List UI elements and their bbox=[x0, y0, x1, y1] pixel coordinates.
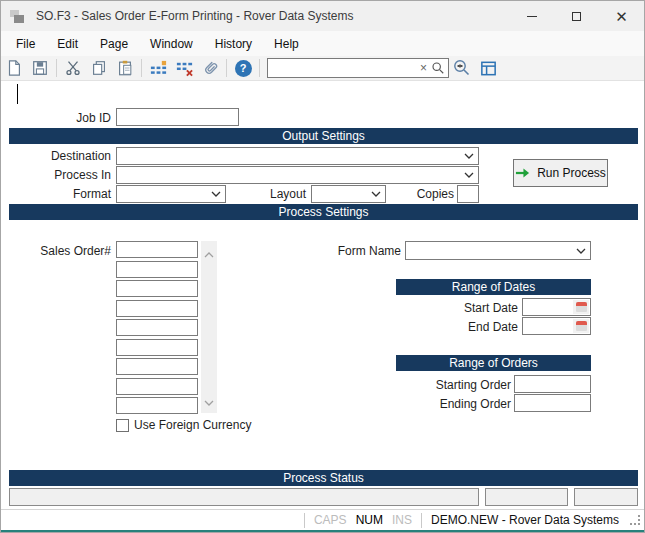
toolbar: ? × bbox=[1, 56, 644, 81]
destination-label: Destination bbox=[21, 149, 111, 163]
menu-edit[interactable]: Edit bbox=[46, 33, 89, 55]
job-id-input[interactable] bbox=[116, 108, 239, 126]
use-foreign-currency-checkbox[interactable] bbox=[116, 419, 129, 432]
starting-order-label: Starting Order bbox=[381, 378, 511, 392]
menu-file[interactable]: File bbox=[5, 33, 46, 55]
maximize-button[interactable] bbox=[554, 1, 599, 31]
layout-select[interactable] bbox=[311, 185, 386, 203]
ending-order-label: Ending Order bbox=[381, 397, 511, 411]
copies-input[interactable] bbox=[457, 185, 479, 203]
process-in-select[interactable] bbox=[116, 166, 479, 184]
end-date-calendar-button[interactable] bbox=[573, 319, 589, 333]
minimize-button[interactable] bbox=[509, 1, 554, 31]
sales-order-input-8[interactable] bbox=[116, 378, 198, 395]
resize-grip[interactable] bbox=[630, 515, 640, 525]
starting-order-input[interactable] bbox=[514, 375, 591, 393]
chevron-down-icon bbox=[464, 172, 474, 178]
chevron-down-icon bbox=[211, 191, 221, 197]
menu-window[interactable]: Window bbox=[139, 33, 204, 55]
sales-order-input-5[interactable] bbox=[116, 319, 198, 336]
output-settings-banner: Output Settings bbox=[9, 128, 638, 144]
menu-history[interactable]: History bbox=[204, 33, 263, 55]
title-bar: SO.F3 - Sales Order E-Form Printing - Ro… bbox=[1, 1, 644, 31]
run-arrow-icon bbox=[515, 167, 530, 179]
insert-row-icon bbox=[149, 59, 168, 78]
sales-order-input-3[interactable] bbox=[116, 280, 198, 297]
caps-indicator: CAPS bbox=[314, 513, 347, 527]
process-in-label: Process In bbox=[21, 168, 111, 182]
end-date-input[interactable] bbox=[522, 317, 591, 335]
cut-button[interactable] bbox=[60, 57, 86, 79]
new-document-icon bbox=[5, 59, 23, 77]
sales-order-input-1[interactable] bbox=[116, 241, 198, 258]
status-bar: CAPS NUM INS DEMO.NEW - Rover Data Syste… bbox=[1, 509, 644, 530]
minimize-icon bbox=[527, 16, 537, 17]
process-status-field-3 bbox=[574, 488, 638, 506]
format-select[interactable] bbox=[116, 185, 226, 203]
form-client-area: Job ID Output Settings Destination Proce… bbox=[1, 82, 644, 509]
process-settings-banner: Process Settings bbox=[9, 204, 638, 220]
toolbar-separator bbox=[141, 59, 142, 77]
text-caret bbox=[17, 84, 18, 104]
num-indicator: NUM bbox=[356, 513, 383, 527]
use-foreign-currency-label: Use Foreign Currency bbox=[134, 418, 294, 432]
sales-order-input-6[interactable] bbox=[116, 339, 198, 356]
sales-order-input-4[interactable] bbox=[116, 300, 198, 317]
help-icon: ? bbox=[235, 60, 252, 77]
format-label: Format bbox=[21, 187, 111, 201]
maximize-icon bbox=[572, 12, 581, 21]
status-separator bbox=[304, 513, 305, 528]
range-of-dates-banner: Range of Dates bbox=[396, 279, 591, 295]
sales-order-input-9[interactable] bbox=[116, 397, 198, 414]
scroll-down-icon[interactable] bbox=[204, 392, 214, 410]
sales-order-scrollbar[interactable] bbox=[201, 241, 217, 413]
menu-bar: File Edit Page Window History Help bbox=[1, 31, 644, 56]
menu-page[interactable]: Page bbox=[89, 33, 139, 55]
help-button[interactable]: ? bbox=[230, 57, 256, 79]
delete-row-icon bbox=[175, 59, 194, 78]
form-name-select[interactable] bbox=[405, 241, 591, 260]
chevron-down-icon bbox=[464, 153, 474, 159]
delete-row-button[interactable] bbox=[171, 57, 197, 79]
sales-order-label: Sales Order# bbox=[21, 244, 111, 258]
clear-search-icon[interactable]: × bbox=[420, 60, 427, 76]
calendar-icon bbox=[576, 302, 587, 312]
window-layout-button[interactable] bbox=[475, 57, 501, 79]
start-date-label: Start Date bbox=[381, 301, 518, 315]
process-status-field-main bbox=[9, 488, 479, 506]
paste-button[interactable] bbox=[112, 57, 138, 79]
session-label: DEMO.NEW - Rover Data Systems bbox=[431, 513, 619, 527]
paste-icon bbox=[116, 59, 134, 77]
calendar-icon bbox=[576, 321, 587, 331]
run-process-button[interactable]: Run Process bbox=[513, 159, 608, 187]
ins-indicator: INS bbox=[392, 513, 412, 527]
toolbar-separator bbox=[259, 59, 260, 77]
chevron-down-icon bbox=[576, 248, 586, 254]
close-button[interactable]: ✕ bbox=[599, 1, 644, 31]
save-button[interactable] bbox=[27, 57, 53, 79]
copies-label: Copies bbox=[391, 187, 454, 201]
sales-order-input-2[interactable] bbox=[116, 261, 198, 278]
app-icon bbox=[10, 8, 26, 24]
scroll-up-icon[interactable] bbox=[204, 244, 214, 262]
ending-order-input[interactable] bbox=[514, 394, 591, 412]
close-icon: ✕ bbox=[615, 9, 628, 24]
insert-row-button[interactable] bbox=[145, 57, 171, 79]
menu-help[interactable]: Help bbox=[263, 33, 310, 55]
start-date-input[interactable] bbox=[522, 298, 591, 316]
attachment-button[interactable] bbox=[197, 57, 223, 79]
destination-select[interactable] bbox=[116, 147, 479, 165]
toolbar-separator bbox=[56, 59, 57, 77]
window-layout-icon bbox=[479, 59, 498, 78]
cut-icon bbox=[64, 59, 82, 77]
window-title: SO.F3 - Sales Order E-Form Printing - Ro… bbox=[36, 9, 353, 23]
start-date-calendar-button[interactable] bbox=[573, 300, 589, 314]
copy-icon bbox=[90, 59, 108, 77]
sales-order-input-7[interactable] bbox=[116, 358, 198, 375]
new-document-button[interactable] bbox=[1, 57, 27, 79]
end-date-label: End Date bbox=[381, 320, 518, 334]
zoom-preview-icon bbox=[452, 58, 472, 78]
zoom-preview-button[interactable] bbox=[449, 57, 475, 79]
search-icon[interactable] bbox=[431, 61, 445, 79]
copy-button[interactable] bbox=[86, 57, 112, 79]
